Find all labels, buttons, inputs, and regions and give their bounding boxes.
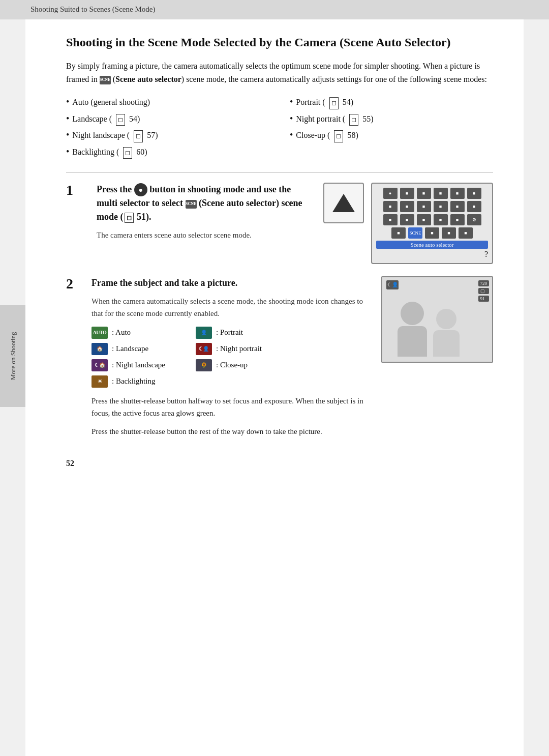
icon-close-up: 🌻 : Close-up — [196, 359, 262, 371]
menu-icon-20: ■ — [459, 227, 473, 239]
side-tab: More on Shooting — [0, 305, 26, 407]
night-portrait-label: : Night portrait — [216, 344, 262, 353]
camera-menu-label: Scene auto selector — [376, 241, 488, 249]
person-1-figure — [398, 302, 427, 357]
icon-backlighting: ☀ : Backlighting — [92, 375, 165, 388]
menu-icon-2: ■ — [417, 188, 431, 199]
page-number: 52 — [66, 454, 493, 468]
icon-night-portrait: ☾👤 : Night portrait — [196, 343, 262, 355]
section-divider — [66, 172, 493, 172]
menu-icon-3: ■ — [434, 188, 448, 199]
scene-auto-label-step1: Scene auto selector — [202, 198, 276, 208]
bullet-list-right: Portrait (◻ 54) Night portrait (◻ 55) Cl… — [290, 94, 493, 143]
person-1-head — [401, 302, 424, 325]
menu-icon-16: ■ — [450, 214, 465, 225]
menu-icon-12: ■ — [383, 214, 398, 225]
icon-list-cols: AUTO : Auto 🏠 : Landscape ☾🏠 : Night lan… — [92, 327, 371, 388]
step-1-content: Press the ● button in shooting mode and … — [97, 183, 308, 242]
portrait-label: : Portrait — [216, 328, 243, 337]
menu-icon-gear: ⚙ — [467, 214, 481, 225]
backlighting-icon: ☀ — [92, 375, 108, 388]
auto-icon: AUTO — [92, 327, 108, 339]
intro-end: scene mode, the camera automatically adj… — [186, 75, 487, 83]
menu-icon-highlighted: SCNE — [408, 227, 422, 239]
bullet-item: Close-up (◻ 58) — [290, 127, 493, 143]
bullet-item: Backlighting (◻ 60) — [66, 143, 269, 160]
menu-icon-9: ■ — [434, 201, 448, 212]
menu-icon-5: ■ — [467, 188, 481, 199]
page-title: Shooting in the Scene Mode Selected by t… — [66, 35, 493, 50]
vf-badge-shots: 91 — [478, 296, 490, 302]
icon-landscape: 🏠 : Landscape — [92, 343, 165, 355]
icon-list-col-right: 👤 : Portrait ☾👤 : Night portrait 🌻 : Clo… — [196, 327, 262, 388]
icon-list-col-left: AUTO : Auto 🏠 : Landscape ☾🏠 : Night lan… — [92, 327, 165, 388]
menu-icon-19: ■ — [442, 227, 456, 239]
viewfinder-box: ☾👤 720 ▢ 91 — [381, 276, 493, 363]
arrow-up-icon — [332, 194, 355, 212]
help-icon: ? — [376, 249, 488, 259]
icon-list-section: AUTO : Auto 🏠 : Landscape ☾🏠 : Night lan… — [92, 327, 371, 388]
vf-badge-quality: ▢ — [478, 288, 490, 294]
side-tab-label: More on Shooting — [9, 332, 17, 381]
close-up-label: : Close-up — [216, 361, 248, 369]
bullet-item: Night portrait (◻ 55) — [290, 110, 493, 127]
menu-icon-1: ■ — [400, 188, 414, 199]
step-1-section: 1 Press the ● button in shooting mode an… — [66, 183, 493, 264]
auto-label: : Auto — [112, 328, 131, 337]
arrow-up-box — [323, 183, 364, 223]
note-2: Press the shutter-release button the res… — [92, 425, 371, 438]
bullet-item: Landscape (◻ 54) — [66, 110, 269, 127]
menu-icon-13: ■ — [400, 214, 414, 225]
night-portrait-icon: ☾👤 — [196, 343, 212, 355]
person-2-head — [436, 309, 456, 329]
step-2-number: 2 — [66, 276, 81, 444]
step-2-section: 2 Frame the subject and take a picture. … — [66, 276, 493, 444]
vf-badge-720: 720 — [478, 280, 490, 286]
step-2-image: ☾👤 720 ▢ 91 — [381, 276, 493, 444]
vf-right-icons: 720 ▢ 91 — [478, 280, 490, 302]
backlighting-label: : Backlighting — [112, 377, 155, 386]
intro-paragraph: By simply framing a picture, the camera … — [66, 60, 493, 85]
icon-auto: AUTO : Auto — [92, 327, 165, 339]
vf-mode-icon: ☾👤 — [386, 280, 399, 289]
bullet-columns: Auto (general shooting) Landscape (◻ 54)… — [66, 94, 493, 160]
page-header: Shooting Suited to Scenes (Scene Mode) — [0, 0, 549, 19]
menu-row-2: ■ ■ ■ ■ ■ ■ — [376, 201, 488, 212]
menu-icon-11: ■ — [467, 201, 481, 212]
menu-icon-7: ■ — [400, 201, 414, 212]
step-2-title: Frame the subject and take a picture. — [92, 276, 371, 290]
scene-selector-icon-step1: SCNE — [186, 200, 197, 209]
portrait-icon: 👤 — [196, 327, 212, 339]
bullet-item: Auto (general shooting) — [66, 94, 269, 110]
step-2-body: When the camera automatically selects a … — [92, 295, 371, 319]
note-1: Press the shutter-release button halfway… — [92, 395, 371, 419]
camera-button-icon: ● — [134, 183, 147, 196]
bullet-col-right: Portrait (◻ 54) Night portrait (◻ 55) Cl… — [290, 94, 493, 160]
menu-icon-4: ■ — [450, 188, 465, 199]
menu-row-1: ● ■ ■ ■ ■ ■ — [376, 188, 488, 199]
page-content: Shooting in the Scene Mode Selected by t… — [25, 19, 524, 756]
step-1-images: ● ■ ■ ■ ■ ■ ■ ■ ■ ■ ■ ■ ■ — [323, 183, 493, 264]
camera-menu-box: ● ■ ■ ■ ■ ■ ■ ■ ■ ■ ■ ■ ■ — [371, 183, 493, 264]
step-1-number: 1 — [66, 183, 81, 198]
person-2-figure — [433, 309, 460, 357]
scene-auto-selector-icon: SCNE — [100, 76, 111, 84]
icon-night-landscape: ☾🏠 : Night landscape — [92, 359, 165, 371]
step-1-body: The camera enters scene auto selector sc… — [97, 229, 308, 241]
night-landscape-icon: ☾🏠 — [92, 359, 108, 371]
person-1-body — [398, 326, 427, 357]
menu-row-3: ■ ■ ■ ■ ■ ⚙ — [376, 214, 488, 225]
bullet-item: Portrait (◻ 54) — [290, 94, 493, 110]
step-1-title: Press the ● button in shooting mode and … — [97, 183, 308, 224]
menu-row-4: ■ SCNE ■ ■ ■ — [376, 227, 488, 239]
person-2-body — [433, 330, 460, 357]
menu-icon-17: ■ — [391, 227, 406, 239]
menu-icon-14: ■ — [417, 214, 431, 225]
night-landscape-label: : Night landscape — [112, 361, 165, 369]
menu-icon-6: ■ — [383, 201, 398, 212]
scene-auto-selector-label: Scene auto selector — [115, 75, 181, 83]
menu-icon-10: ■ — [450, 201, 465, 212]
menu-icon-15: ■ — [434, 214, 448, 225]
bullet-col-left: Auto (general shooting) Landscape (◻ 54)… — [66, 94, 269, 160]
bullet-list-left: Auto (general shooting) Landscape (◻ 54)… — [66, 94, 269, 160]
